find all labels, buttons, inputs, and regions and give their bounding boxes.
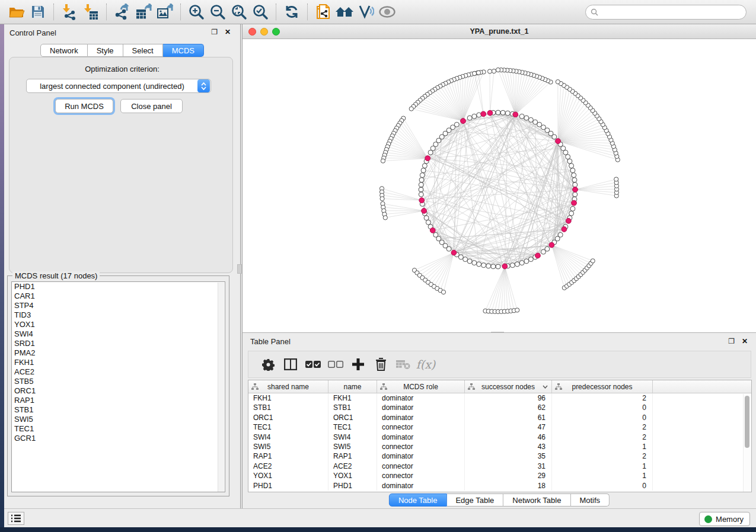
tab-select[interactable]: Select [123, 44, 163, 57]
network-window-titlebar[interactable]: YPA_prune.txt_1 [243, 24, 756, 39]
tab-style[interactable]: Style [88, 44, 123, 57]
table-row[interactable]: ORC1ORC1dominator610 [248, 413, 751, 422]
network-graph-canvas[interactable] [243, 39, 756, 332]
tab-edge-table[interactable]: Edge Table [446, 493, 503, 507]
table-row[interactable]: PHD1PHD1dominator180 [248, 481, 751, 491]
task-history-button[interactable] [8, 512, 24, 525]
tab-motifs[interactable]: Motifs [570, 493, 610, 507]
table-panel-title: Table Panel [250, 337, 291, 346]
tab-mcds[interactable]: MCDS [163, 44, 204, 57]
tab-network[interactable]: Network [40, 44, 88, 57]
mcds-result-item[interactable]: TID3 [12, 310, 225, 320]
column-header-successor-nodes[interactable]: successor nodes [465, 380, 552, 393]
import-table-icon[interactable] [80, 2, 101, 22]
run-mcds-button[interactable]: Run MCDS [55, 99, 113, 113]
mcds-result-item[interactable]: FKH1 [12, 358, 225, 367]
table-cell-filler [653, 422, 751, 432]
close-panel-button[interactable]: Close panel [120, 99, 183, 113]
control-panel-tabs: Network Style Select MCDS [40, 44, 204, 57]
float-window-icon[interactable]: ❐ [211, 28, 218, 36]
table-cell: dominator [377, 403, 465, 412]
zoom-fit-icon[interactable] [228, 2, 250, 22]
table-scrollbar[interactable] [743, 394, 751, 492]
float-table-panel-icon[interactable]: ❐ [728, 337, 735, 345]
export-table-icon[interactable] [133, 2, 154, 22]
zoom-selected-icon[interactable] [250, 2, 271, 22]
mcds-result-item[interactable]: SWI4 [12, 329, 225, 339]
deselect-checkboxes-icon[interactable] [324, 354, 347, 374]
search-input[interactable] [601, 8, 741, 17]
optimization-criterion-label: Optimization criterion: [4, 65, 240, 73]
zoom-in-icon[interactable] [186, 2, 207, 22]
table-cell: ACE2 [248, 462, 328, 471]
table-row[interactable]: TEC1TEC1connector472 [248, 422, 751, 432]
table-row[interactable]: SWI5SWI5connector431 [248, 442, 751, 451]
style-preview-icon[interactable] [355, 2, 377, 22]
hide-eye-icon[interactable] [377, 2, 398, 22]
mcds-result-item[interactable]: GCR1 [12, 434, 225, 443]
table-row[interactable]: YOX1YOX1connector291 [248, 471, 751, 480]
mcds-result-list[interactable]: PHD1CAR1STP4TID3YOX1SWI4SRD1PMA2FKH1ACE2… [11, 281, 225, 492]
table-row[interactable]: STB1STB1dominator620 [248, 403, 751, 412]
mcds-result-item[interactable]: ORC1 [12, 386, 225, 396]
gear-icon[interactable] [257, 354, 279, 374]
network-window-title: YPA_prune.txt_1 [243, 27, 756, 36]
column-header-mcds-role[interactable]: MCDS role [377, 380, 465, 393]
save-icon[interactable] [27, 2, 49, 22]
mcds-result-item[interactable]: STB1 [12, 405, 225, 415]
column-header-shared-name[interactable]: shared name [248, 380, 328, 393]
table-cell: SWI4 [248, 432, 328, 442]
close-table-panel-icon[interactable]: ✕ [742, 337, 748, 345]
search-field[interactable] [585, 5, 747, 20]
table-cell: 2 [552, 451, 653, 461]
mcds-result-item[interactable]: ACE2 [12, 367, 225, 377]
list-icon [11, 514, 21, 523]
mcds-result-item[interactable]: STB5 [12, 377, 225, 386]
table-scrollbar-thumb[interactable] [745, 396, 749, 448]
table-row[interactable]: RAP1RAP1dominator352 [248, 451, 751, 461]
columns-icon[interactable] [279, 354, 302, 374]
column-header-name[interactable]: name [328, 380, 377, 393]
mcds-result-item[interactable]: STP4 [12, 301, 225, 310]
dropdown-stepper-icon [197, 79, 210, 92]
trash-icon[interactable] [369, 354, 392, 374]
zoom-out-icon[interactable] [207, 2, 228, 22]
mcds-result-item[interactable]: SWI5 [12, 415, 225, 424]
column-header-predecessor-nodes[interactable]: predecessor nodes [552, 380, 653, 393]
mcds-result-item[interactable]: CAR1 [12, 291, 225, 301]
table-row[interactable]: ACE2ACE2connector311 [248, 462, 751, 471]
splitter-grip[interactable] [237, 264, 242, 274]
close-panel-icon[interactable]: ✕ [225, 28, 231, 36]
mcds-result-item[interactable]: SRD1 [12, 339, 225, 348]
share-document-icon[interactable] [312, 2, 334, 22]
select-all-checkboxes-icon[interactable] [302, 354, 324, 374]
table-panel-tabs: Node Table Edge Table Network Table Moti… [389, 493, 610, 507]
mcds-list-scrollbar[interactable] [218, 283, 224, 492]
table-cell: PHD1 [248, 481, 328, 491]
table-toolbar: f(x) [248, 351, 751, 378]
add-icon[interactable] [347, 354, 369, 374]
table-cell-filler [653, 451, 751, 461]
export-network-icon[interactable] [111, 2, 133, 22]
criterion-dropdown[interactable]: largest connected component (undirected) [26, 79, 211, 93]
open-folder-icon[interactable] [6, 2, 27, 22]
mcds-result-item[interactable]: RAP1 [12, 396, 225, 405]
table-cell-filler [653, 432, 751, 442]
tab-node-table[interactable]: Node Table [389, 493, 447, 507]
memory-button[interactable]: Memory [699, 512, 750, 526]
home-networks-icon[interactable] [334, 2, 355, 22]
mcds-result-item[interactable]: TEC1 [12, 424, 225, 434]
table-cell: SWI5 [248, 442, 328, 451]
import-network-icon[interactable] [59, 2, 80, 22]
mcds-result-item[interactable]: YOX1 [12, 320, 225, 329]
node-column-icon [251, 383, 259, 390]
export-image-icon[interactable] [154, 2, 176, 22]
mcds-result-item[interactable]: PHD1 [12, 282, 225, 291]
node-table[interactable]: shared name name MCDS role successor nod… [248, 380, 752, 492]
table-row[interactable]: FKH1FKH1dominator962 [248, 393, 751, 403]
tab-network-table[interactable]: Network Table [503, 493, 570, 507]
mcds-result-item[interactable]: PMA2 [12, 348, 225, 358]
table-row[interactable]: SWI4SWI4dominator462 [248, 432, 751, 442]
refresh-icon[interactable] [281, 2, 302, 22]
table-cell: 2 [552, 393, 653, 403]
